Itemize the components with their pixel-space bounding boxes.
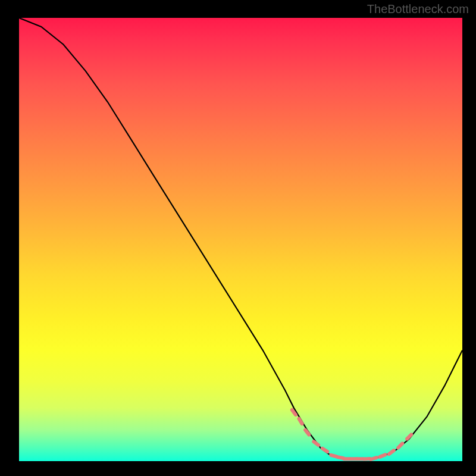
watermark-text: TheBottleneck.com <box>367 2 469 16</box>
marker-dash <box>398 443 402 447</box>
marker-dash <box>322 449 327 452</box>
marker-dash <box>389 450 394 454</box>
marker-dash <box>407 435 411 439</box>
marker-dash <box>314 441 318 445</box>
marker-dash <box>299 419 302 424</box>
chart-svg <box>19 18 462 461</box>
marker-dash <box>364 459 370 459</box>
marker-dash <box>371 458 377 459</box>
marker-dash <box>305 430 309 435</box>
marker-dash <box>292 410 296 415</box>
marker-dash <box>380 455 385 457</box>
marker-dash <box>331 455 337 457</box>
chart-plot-area <box>19 18 462 461</box>
marker-dots-group <box>292 410 411 459</box>
bottleneck-curve-line <box>19 18 462 459</box>
marker-dash <box>337 457 343 458</box>
